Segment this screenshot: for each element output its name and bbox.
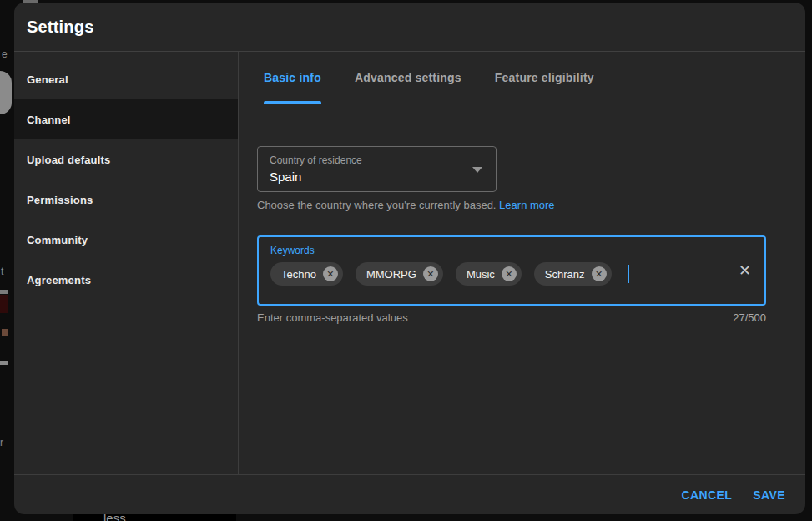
- chip-label: Schranz: [545, 268, 585, 281]
- sidebar-item-label: Permissions: [27, 194, 93, 206]
- keywords-helper-text: Enter comma-separated values: [257, 311, 408, 324]
- backdrop-thumbnail-fragment: [0, 295, 8, 313]
- tab-feature-eligibility[interactable]: Feature eligibility: [495, 52, 594, 104]
- save-button[interactable]: SAVE: [753, 483, 785, 507]
- country-of-residence-dropdown[interactable]: Country of residence Spain: [257, 146, 497, 192]
- active-tab-underline: [264, 101, 321, 104]
- tab-label: Basic info: [264, 71, 321, 84]
- channel-settings-content: Basic info Advanced settings Feature eli…: [239, 52, 805, 474]
- tab-label: Feature eligibility: [495, 71, 594, 84]
- settings-sidebar: General Channel Upload defaults Permissi…: [14, 52, 239, 474]
- chip-label: Music: [467, 268, 495, 281]
- keywords-field-label: Keywords: [270, 245, 753, 256]
- keyword-chip: MMORPG ✕: [356, 262, 443, 286]
- sidebar-item-community[interactable]: Community: [14, 220, 238, 260]
- keyword-chip: Music ✕: [456, 262, 522, 286]
- chip-label: Techno: [281, 268, 316, 281]
- sidebar-item-label: Agreements: [27, 274, 91, 286]
- dialog-body: General Channel Upload defaults Permissi…: [14, 52, 805, 474]
- dialog-title: Settings: [27, 18, 94, 37]
- channel-tabs: Basic info Advanced settings Feature eli…: [239, 52, 805, 104]
- country-helper-text: Choose the country where you're currentl…: [257, 199, 805, 211]
- backdrop-avatar-fragment: [0, 71, 12, 114]
- settings-dialog: Settings General Channel Upload defaults…: [14, 3, 805, 514]
- dropdown-caret-icon: [472, 167, 482, 173]
- country-dropdown-label: Country of residence: [270, 154, 362, 166]
- backdrop-fragment: [0, 361, 8, 365]
- chip-remove-icon[interactable]: ✕: [502, 266, 517, 281]
- country-dropdown-value: Spain: [270, 169, 301, 184]
- sidebar-item-label: Channel: [27, 114, 71, 126]
- chip-label: MMORPG: [366, 268, 416, 281]
- backdrop-fragment: [2, 329, 8, 336]
- keyword-chip: Schranz ✕: [534, 262, 612, 286]
- backdrop-fragment: [0, 290, 8, 294]
- sidebar-item-channel[interactable]: Channel: [14, 99, 238, 139]
- dialog-footer: CANCEL SAVE: [14, 474, 805, 514]
- backdrop-text-fragment: e: [2, 48, 8, 60]
- backdrop-text-fragment: r: [0, 437, 3, 448]
- text-cursor: [628, 265, 629, 283]
- tab-advanced-settings[interactable]: Advanced settings: [355, 52, 461, 104]
- sidebar-item-upload-defaults[interactable]: Upload defaults: [14, 139, 238, 180]
- sidebar-item-general[interactable]: General: [14, 59, 238, 99]
- sidebar-item-label: General: [27, 73, 68, 86]
- chip-remove-icon[interactable]: ✕: [423, 266, 438, 281]
- sidebar-item-label: Community: [27, 234, 88, 246]
- sidebar-item-permissions[interactable]: Permissions: [14, 180, 238, 220]
- chip-remove-icon[interactable]: ✕: [323, 266, 338, 281]
- keyword-chips-row: Techno ✕ MMORPG ✕ Music ✕: [270, 262, 753, 286]
- learn-more-link[interactable]: Learn more: [499, 199, 554, 211]
- keywords-meta-row: Enter comma-separated values 27/500: [257, 311, 766, 324]
- country-helper-sentence: Choose the country where you're currentl…: [257, 199, 496, 211]
- page: e t r less Settings General Channel Uplo…: [0, 0, 812, 521]
- cancel-button[interactable]: CANCEL: [682, 483, 733, 507]
- sidebar-item-agreements[interactable]: Agreements: [14, 260, 238, 300]
- dialog-header: Settings: [14, 3, 805, 52]
- clear-keywords-button[interactable]: ✕: [739, 263, 751, 278]
- keywords-input-field[interactable]: Keywords Techno ✕ MMORPG ✕ Music: [257, 235, 766, 306]
- sidebar-item-label: Upload defaults: [27, 154, 111, 166]
- character-counter: 27/500: [733, 311, 766, 324]
- keyword-chip: Techno ✕: [270, 262, 343, 286]
- backdrop-bar: [73, 514, 236, 521]
- basic-info-pane: Country of residence Spain Choose the co…: [239, 104, 805, 324]
- tab-basic-info[interactable]: Basic info: [264, 52, 321, 104]
- chip-remove-icon[interactable]: ✕: [592, 266, 607, 281]
- tab-label: Advanced settings: [355, 71, 461, 84]
- backdrop-text-fragment: t: [1, 266, 3, 277]
